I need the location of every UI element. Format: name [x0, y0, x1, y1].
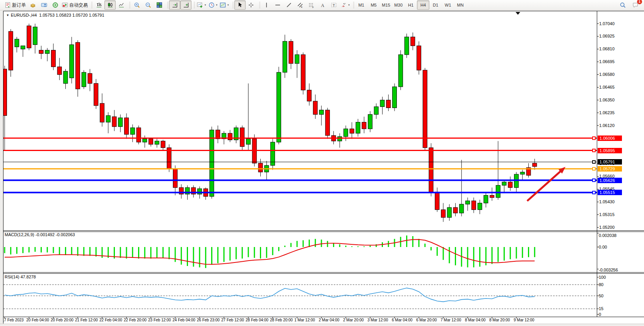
time-axis-label: 8 Mar 04:00 — [465, 318, 485, 322]
candle-down — [453, 208, 458, 213]
candle-up — [405, 37, 409, 55]
time-axis-label: 21 Feb 12:00 — [75, 318, 98, 322]
candle-down — [216, 130, 220, 139]
candle-down — [100, 103, 104, 122]
window-left-edge — [0, 10, 3, 326]
trend-arrow[interactable] — [527, 170, 563, 201]
price-axis-label: 1.05200 — [599, 225, 615, 230]
candle-down — [429, 148, 433, 192]
chart-canvas[interactable] — [0, 0, 644, 326]
candle-down — [88, 74, 92, 84]
chart-dropdown-icon[interactable]: ▼ — [6, 14, 9, 17]
candle-down — [161, 141, 165, 148]
time-axis-label: 6 Mar 04:00 — [392, 318, 412, 322]
candle-up — [295, 55, 299, 63]
time-axis-label: 26 Feb 23:00 — [197, 318, 220, 322]
price-axis-label: 1.06350 — [599, 98, 615, 102]
candle-down — [57, 67, 61, 75]
price-badge-1.06006: 1.06006 — [598, 136, 622, 141]
rsi-axis-label: 0 — [599, 312, 601, 317]
price-axis-label: 1.06810 — [599, 46, 615, 51]
price-badge-1.05729: 1.05729 — [598, 166, 622, 172]
candle-up — [210, 130, 214, 197]
chart-ohlc-values: 1.05753 1.05823 1.05720 1.05791 — [39, 13, 104, 17]
level-handle[interactable] — [593, 161, 595, 163]
candle-up — [393, 87, 397, 108]
candle-down — [125, 118, 129, 134]
level-handle[interactable] — [593, 137, 595, 139]
candle-up — [246, 139, 251, 144]
time-axis-label: 28 Feb 20:00 — [270, 318, 293, 322]
level-handle[interactable] — [593, 168, 595, 170]
window-bottom-edge — [0, 324, 644, 326]
rsi-pane — [5, 288, 535, 302]
candle-up — [478, 203, 482, 209]
rsi-value: 47.8278 — [20, 275, 36, 279]
candle-up — [45, 50, 50, 54]
candle-down — [441, 210, 446, 218]
rsi-header: RSI(14) 47.8278 — [5, 275, 36, 279]
price-axis-label: 1.05315 — [599, 212, 615, 217]
candle-down — [9, 31, 13, 70]
candle-down — [362, 122, 366, 129]
price-badge-1.05515: 1.05515 — [598, 190, 622, 195]
time-axis-label: 2 Mar 20:00 — [343, 318, 364, 322]
candle-up — [368, 115, 372, 129]
candle-down — [411, 37, 415, 46]
candle-up — [496, 185, 500, 197]
candle-up — [502, 182, 506, 185]
time-axis-label: 9 Mar 12:00 — [514, 318, 534, 322]
candle-down — [386, 100, 391, 108]
candle-down — [533, 163, 537, 166]
candle-up — [283, 41, 287, 72]
price-axis-label: 1.06465 — [599, 85, 615, 89]
time-axis-label: 24 Feb 04:00 — [173, 318, 195, 322]
chart-symbol-period: EURUSD-,H4 — [11, 13, 37, 17]
candle-down — [137, 128, 141, 142]
candle-up — [520, 172, 524, 174]
price-axis-label: 1.05430 — [599, 199, 615, 204]
price-axis-label: 1.06695 — [599, 59, 615, 64]
time-axis-label: 7 Mar 12:00 — [441, 318, 461, 322]
chart-title: ▼EURUSD-,H4 1.05753 1.05823 1.05720 1.05… — [6, 13, 104, 17]
candle-up — [106, 115, 110, 122]
candle-down — [423, 70, 427, 148]
macd-axis-label: 0.002038 — [599, 233, 617, 238]
candle-down — [289, 41, 293, 63]
candle-up — [466, 201, 470, 204]
level-handle[interactable] — [593, 179, 595, 182]
rsi-line — [5, 288, 535, 302]
macd-pane — [5, 235, 535, 268]
candle-down — [435, 192, 439, 210]
candle-up — [33, 27, 37, 45]
candle-up — [277, 72, 281, 142]
time-axis-label: 3 Mar 12:00 — [367, 318, 388, 322]
candle-up — [447, 208, 451, 218]
price-badge-1.05791: 1.05791 — [598, 159, 622, 165]
time-axis-label: 23 Feb 12:00 — [148, 318, 171, 322]
candle-down — [301, 55, 305, 90]
rsi-axis-label: 15 — [599, 306, 603, 311]
time-axis-label: 17 Feb 2023 — [2, 318, 24, 322]
candle-up — [344, 129, 348, 137]
price-axis-label: 1.06120 — [599, 123, 615, 128]
candle-up — [82, 72, 86, 87]
candle-down — [149, 139, 153, 144]
candle-down — [94, 83, 98, 105]
candle-down — [417, 46, 421, 70]
candle-down — [258, 163, 263, 172]
candle-down — [350, 129, 354, 133]
candle-up — [15, 39, 19, 47]
candle-up — [21, 46, 25, 49]
time-axis-label: 8 Mar 20:00 — [489, 318, 510, 322]
candle-down — [39, 50, 43, 54]
level-handle[interactable] — [593, 191, 595, 194]
candle-up — [319, 110, 324, 114]
macd-header: MACD(12,26,9) -0.001492 -0.002063 — [5, 232, 75, 237]
candle-down — [228, 133, 232, 140]
level-handle[interactable] — [593, 149, 595, 152]
price-axis-label: 1.06925 — [599, 34, 615, 38]
macd-label: MACD(12,26,9) — [5, 232, 34, 237]
time-axis-label: 22 Feb 20:00 — [124, 318, 147, 322]
time-axis-label: 27 Feb 12:00 — [221, 318, 244, 322]
